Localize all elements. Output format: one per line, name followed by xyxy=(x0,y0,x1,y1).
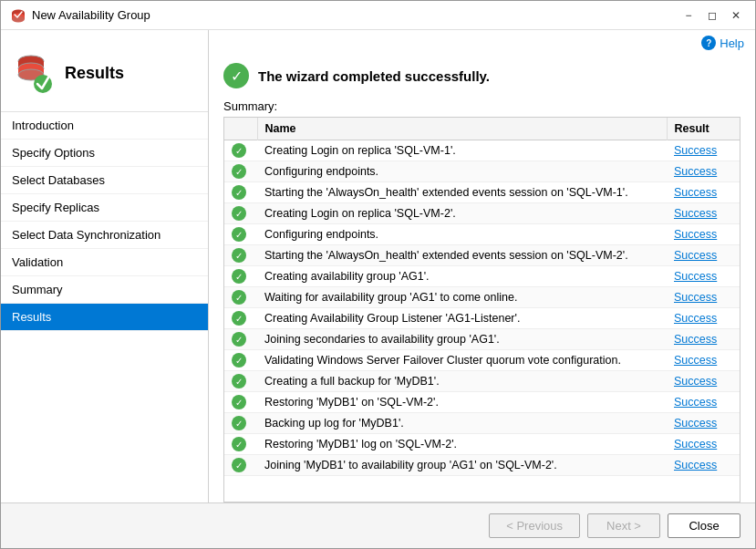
sidebar-item-specify-replicas[interactable]: Specify Replicas xyxy=(1,194,208,222)
row-result-cell[interactable]: Success xyxy=(667,287,740,308)
row-result-cell[interactable]: Success xyxy=(667,266,740,287)
main-panel: ? Help ✓ The wizard completed successful… xyxy=(209,30,755,502)
row-name-cell: Creating Availability Group Listener 'AG… xyxy=(257,308,667,329)
table-row: ✓Creating Availability Group Listener 'A… xyxy=(224,308,740,329)
col-header-name: Name xyxy=(257,118,667,140)
result-link[interactable]: Success xyxy=(674,354,717,367)
row-status-icon: ✓ xyxy=(224,413,257,434)
row-name-cell: Restoring 'MyDB1' on 'SQL-VM-2'. xyxy=(257,392,667,413)
row-status-icon: ✓ xyxy=(224,371,257,392)
success-icon: ✓ xyxy=(232,374,246,388)
result-link[interactable]: Success xyxy=(674,312,717,325)
table-row: ✓Backing up log for 'MyDB1'.Success xyxy=(224,413,740,434)
row-status-icon: ✓ xyxy=(224,287,257,308)
close-button[interactable]: Close xyxy=(668,513,740,538)
result-link[interactable]: Success xyxy=(674,333,717,346)
table-row: ✓Joining secondaries to availability gro… xyxy=(224,329,740,350)
window-close-button[interactable]: ✕ xyxy=(726,5,746,26)
titlebar-left: New Availability Group xyxy=(10,7,150,24)
restore-button[interactable]: ◻ xyxy=(702,5,722,26)
table-row: ✓Configuring endpoints.Success xyxy=(224,224,740,245)
result-link[interactable]: Success xyxy=(674,438,717,451)
sidebar-item-summary[interactable]: Summary xyxy=(1,276,208,304)
row-result-cell[interactable]: Success xyxy=(667,140,740,161)
table-row: ✓Restoring 'MyDB1' log on 'SQL-VM-2'.Suc… xyxy=(224,434,740,455)
row-result-cell[interactable]: Success xyxy=(667,371,740,392)
row-result-cell[interactable]: Success xyxy=(667,329,740,350)
result-link[interactable]: Success xyxy=(674,144,717,157)
minimize-button[interactable]: − xyxy=(678,5,699,26)
row-name-cell: Configuring endpoints. xyxy=(257,224,667,245)
table-row: ✓Creating availability group 'AG1'.Succe… xyxy=(224,266,740,287)
row-result-cell[interactable]: Success xyxy=(667,308,740,329)
sidebar: Results Introduction Specify Options Sel… xyxy=(1,30,209,502)
help-label: Help xyxy=(720,36,744,50)
sidebar-item-select-data-sync[interactable]: Select Data Synchronization xyxy=(1,222,208,249)
row-result-cell[interactable]: Success xyxy=(667,245,740,266)
footer: < Previous Next > Close xyxy=(1,502,755,548)
success-icon: ✓ xyxy=(232,437,246,451)
titlebar: New Availability Group − ◻ ✕ xyxy=(1,1,755,30)
help-icon: ? xyxy=(701,36,716,50)
result-link[interactable]: Success xyxy=(674,186,717,199)
result-link[interactable]: Success xyxy=(674,270,717,283)
app-icon xyxy=(10,7,26,24)
result-link[interactable]: Success xyxy=(674,291,717,304)
row-status-icon: ✓ xyxy=(224,182,257,203)
result-link[interactable]: Success xyxy=(674,417,717,430)
success-check-icon: ✓ xyxy=(223,63,249,88)
main-window: New Availability Group − ◻ ✕ xyxy=(0,0,756,549)
table-row: ✓Restoring 'MyDB1' on 'SQL-VM-2'.Success xyxy=(224,392,740,413)
previous-button[interactable]: < Previous xyxy=(489,513,580,538)
sidebar-item-select-databases[interactable]: Select Databases xyxy=(1,167,208,194)
success-icon: ✓ xyxy=(232,164,246,179)
row-result-cell[interactable]: Success xyxy=(667,224,740,245)
row-status-icon: ✓ xyxy=(224,266,257,287)
row-name-cell: Creating a full backup for 'MyDB1'. xyxy=(257,371,667,392)
col-header-result: Result xyxy=(667,118,740,140)
sidebar-item-results[interactable]: Results xyxy=(1,304,208,331)
row-status-icon: ✓ xyxy=(224,350,257,371)
table-row: ✓Joining 'MyDB1' to availability group '… xyxy=(224,455,740,476)
table-row: ✓Creating a full backup for 'MyDB1'.Succ… xyxy=(224,371,740,392)
row-status-icon: ✓ xyxy=(224,329,257,350)
result-link[interactable]: Success xyxy=(674,459,717,471)
row-result-cell[interactable]: Success xyxy=(667,161,740,182)
content-area: Results Introduction Specify Options Sel… xyxy=(1,30,755,502)
next-button[interactable]: Next > xyxy=(587,513,660,538)
results-table: Name Result ✓Creating Login on replica '… xyxy=(224,118,740,476)
row-result-cell[interactable]: Success xyxy=(667,392,740,413)
window-title: New Availability Group xyxy=(32,8,150,22)
sidebar-item-introduction[interactable]: Introduction xyxy=(1,112,208,140)
help-link[interactable]: ? Help xyxy=(701,36,744,50)
result-link[interactable]: Success xyxy=(674,207,717,220)
row-result-cell[interactable]: Success xyxy=(667,350,740,371)
row-status-icon: ✓ xyxy=(224,224,257,245)
result-link[interactable]: Success xyxy=(674,165,717,178)
sidebar-item-validation[interactable]: Validation xyxy=(1,249,208,276)
row-name-cell: Starting the 'AlwaysOn_health' extended … xyxy=(257,245,667,266)
table-row: ✓Waiting for availability group 'AG1' to… xyxy=(224,287,740,308)
row-name-cell: Validating Windows Server Failover Clust… xyxy=(257,350,667,371)
success-icon: ✓ xyxy=(232,227,246,242)
row-name-cell: Creating availability group 'AG1'. xyxy=(257,266,667,287)
success-icon: ✓ xyxy=(232,353,246,368)
result-link[interactable]: Success xyxy=(674,249,717,262)
result-link[interactable]: Success xyxy=(674,396,717,409)
success-icon: ✓ xyxy=(232,311,246,326)
sidebar-item-specify-options[interactable]: Specify Options xyxy=(1,140,208,167)
sidebar-nav: Introduction Specify Options Select Data… xyxy=(1,112,208,502)
panel-topbar: ? Help xyxy=(209,30,755,56)
success-icon: ✓ xyxy=(232,269,246,284)
row-result-cell[interactable]: Success xyxy=(667,455,740,476)
result-link[interactable]: Success xyxy=(674,375,717,388)
row-result-cell[interactable]: Success xyxy=(667,203,740,224)
row-name-cell: Backing up log for 'MyDB1'. xyxy=(257,413,667,434)
row-status-icon: ✓ xyxy=(224,455,257,476)
success-icon: ✓ xyxy=(232,395,246,409)
row-name-cell: Joining 'MyDB1' to availability group 'A… xyxy=(257,455,667,476)
row-result-cell[interactable]: Success xyxy=(667,182,740,203)
row-result-cell[interactable]: Success xyxy=(667,434,740,455)
result-link[interactable]: Success xyxy=(674,228,717,241)
row-result-cell[interactable]: Success xyxy=(667,413,740,434)
